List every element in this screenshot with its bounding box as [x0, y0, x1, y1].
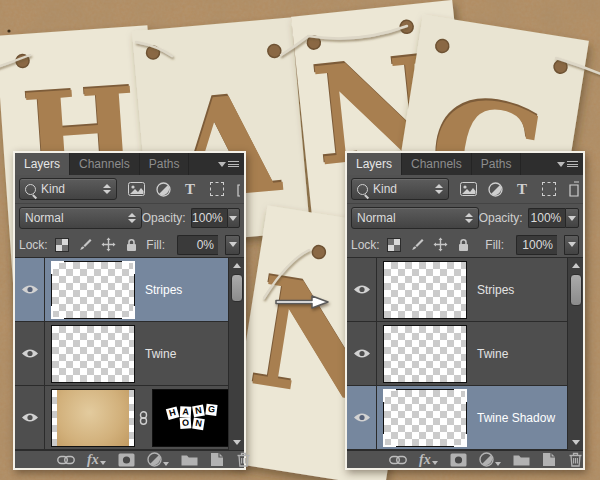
scrollbar-thumb[interactable]	[570, 274, 582, 306]
layer-mask-thumbnail[interactable]: HANGON	[152, 389, 232, 447]
new-group-button[interactable]	[513, 453, 530, 466]
delete-layer-button[interactable]	[236, 452, 251, 467]
new-layer-button[interactable]	[542, 452, 556, 467]
visibility-eye-icon[interactable]	[347, 386, 377, 449]
blend-mode-dropdown[interactable]: Normal	[351, 207, 479, 229]
layer-row-stripes[interactable]: Stripes	[15, 258, 244, 322]
lock-all-button[interactable]	[124, 237, 139, 252]
filter-type-icons: T	[459, 180, 579, 198]
filter-adjustment-layers-icon[interactable]	[486, 180, 504, 198]
panel-menu-icon[interactable]	[557, 153, 578, 175]
layer-name[interactable]: Stripes	[477, 283, 514, 297]
layer-style-button[interactable]: fx	[419, 454, 438, 466]
panel-menu-icon[interactable]	[218, 153, 239, 175]
fill-value[interactable]: 0%	[177, 235, 218, 255]
layer-thumbnail[interactable]	[383, 325, 467, 383]
layer-row-twine-shadow[interactable]: Twine Shadow	[347, 386, 583, 450]
tab-paths[interactable]: Paths	[140, 153, 190, 175]
layer-name[interactable]: Twine	[477, 347, 508, 361]
filter-smart-objects-icon[interactable]	[235, 180, 240, 198]
panel-tab-bar: Layers Channels Paths	[347, 153, 583, 175]
fill-value[interactable]: 100%	[516, 235, 557, 255]
tab-channels[interactable]: Channels	[70, 153, 140, 175]
layer-thumbnail-paper[interactable]	[51, 389, 135, 447]
visibility-eye-icon[interactable]	[15, 258, 45, 321]
add-layer-mask-button[interactable]	[450, 453, 467, 467]
filter-type-icons: T	[127, 180, 240, 198]
panel-bottom-bar: fx	[15, 450, 244, 468]
scrollbar[interactable]	[228, 258, 244, 450]
new-adjustment-layer-button[interactable]	[479, 452, 501, 467]
filter-pixel-layers-icon[interactable]	[459, 180, 477, 198]
lock-paint-button[interactable]	[78, 237, 93, 252]
filter-kind-dropdown[interactable]: Kind	[351, 178, 449, 200]
layer-style-button[interactable]: fx	[87, 454, 106, 466]
tab-layers[interactable]: Layers	[347, 153, 402, 175]
visibility-eye-icon[interactable]	[15, 322, 45, 385]
mask-link-icon[interactable]	[136, 411, 151, 425]
lock-paint-button[interactable]	[410, 237, 425, 252]
scrollbar[interactable]	[567, 258, 583, 450]
lock-position-button[interactable]	[433, 237, 448, 252]
layer-thumbnail[interactable]	[383, 389, 467, 447]
new-group-button[interactable]	[181, 453, 198, 466]
lock-transparency-button[interactable]	[387, 237, 402, 252]
layer-thumbnail[interactable]	[383, 261, 467, 319]
search-icon	[25, 184, 36, 195]
lock-label: Lock:	[351, 238, 380, 252]
fill-dropdown-arrow[interactable]	[564, 235, 579, 255]
layer-row-twine[interactable]: Twine	[347, 322, 583, 386]
add-layer-mask-button[interactable]	[118, 453, 135, 467]
filter-adjustment-layers-icon[interactable]	[154, 180, 172, 198]
fill-label: Fill:	[146, 238, 165, 252]
screenshot-stage: H H A A N N G G	[0, 0, 600, 480]
layer-row-twine[interactable]: Twine	[15, 322, 244, 386]
fill-dropdown-arrow[interactable]	[225, 235, 240, 255]
filter-pixel-layers-icon[interactable]	[127, 180, 145, 198]
opacity-dropdown-arrow[interactable]	[227, 208, 240, 228]
tab-layers[interactable]: Layers	[15, 153, 70, 175]
new-layer-button[interactable]	[210, 452, 224, 467]
search-icon	[357, 184, 368, 195]
pin-dot	[7, 29, 10, 32]
layer-thumbnail[interactable]	[51, 261, 135, 319]
opacity-value[interactable]: 100%	[528, 208, 566, 228]
filter-row: Kind T	[347, 175, 583, 204]
new-adjustment-layer-button[interactable]	[147, 452, 169, 467]
filter-type-layers-icon[interactable]: T	[181, 180, 199, 198]
lock-position-button[interactable]	[101, 237, 116, 252]
filter-row: Kind T	[15, 175, 244, 204]
banner-hole	[267, 44, 281, 58]
scroll-down-button[interactable]	[568, 436, 583, 449]
layer-name[interactable]: Stripes	[145, 283, 182, 297]
visibility-eye-icon[interactable]	[15, 386, 45, 449]
filter-shape-layers-icon[interactable]	[540, 180, 558, 198]
layer-name[interactable]: Twine Shadow	[477, 411, 555, 425]
opacity-value[interactable]: 100%	[191, 208, 227, 228]
scroll-up-button[interactable]	[568, 259, 583, 272]
layers-list: Stripes Twine Twine Shadow	[347, 258, 583, 450]
lock-transparency-button[interactable]	[55, 237, 70, 252]
scrollbar-thumb[interactable]	[231, 274, 243, 302]
delete-layer-button[interactable]	[568, 452, 583, 467]
scroll-down-button[interactable]	[229, 436, 244, 449]
visibility-eye-icon[interactable]	[347, 258, 377, 321]
tab-channels[interactable]: Channels	[402, 153, 472, 175]
blend-row: Normal Opacity: 100%	[15, 204, 244, 232]
blend-mode-dropdown[interactable]: Normal	[19, 207, 142, 229]
visibility-eye-icon[interactable]	[347, 322, 377, 385]
link-layers-button[interactable]	[57, 455, 75, 465]
lock-all-button[interactable]	[456, 237, 471, 252]
layer-thumbnail[interactable]	[51, 325, 135, 383]
opacity-dropdown-arrow[interactable]	[565, 208, 579, 228]
layer-row-background[interactable]: HANGON ..	[15, 386, 244, 450]
filter-smart-objects-icon[interactable]	[567, 180, 579, 198]
link-layers-button[interactable]	[389, 455, 407, 465]
filter-shape-layers-icon[interactable]	[208, 180, 226, 198]
filter-kind-dropdown[interactable]: Kind	[19, 178, 117, 200]
scroll-up-button[interactable]	[229, 259, 244, 272]
tab-paths[interactable]: Paths	[472, 153, 522, 175]
filter-type-layers-icon[interactable]: T	[513, 180, 531, 198]
layer-name[interactable]: Twine	[145, 347, 176, 361]
layer-row-stripes[interactable]: Stripes	[347, 258, 583, 322]
